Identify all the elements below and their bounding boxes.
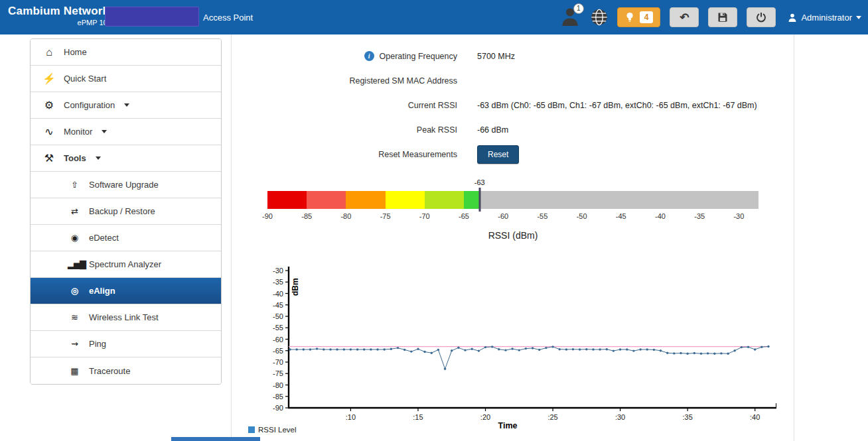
sidebar-item-label: Tools — [64, 153, 86, 163]
detail-row-sm-mac: Registered SM MAC Address — [232, 68, 794, 93]
detail-row-current-rssi: Current RSSI -63 dBm (Ch0: -65 dBm, Ch1:… — [232, 93, 794, 117]
device-type-label: Access Point — [203, 13, 253, 23]
sidebar-item-quick-start[interactable]: ⚡ Quick Start — [31, 66, 221, 92]
tips-button[interactable]: 4 — [617, 7, 661, 27]
sidebar-item-spectrum-analyzer[interactable]: ▂▅▇ Spectrum Analyzer — [31, 251, 221, 278]
sidebar-item-label: eDetect — [89, 233, 119, 243]
operating-frequency-label: Operating Frequency — [380, 52, 457, 61]
gauge-tick-label: -50 — [577, 212, 587, 220]
svg-text:-50: -50 — [273, 312, 283, 320]
gauge-tick-label: -75 — [380, 212, 391, 220]
info-icon[interactable]: i — [364, 51, 374, 61]
sidebar-item-label: Monitor — [64, 127, 92, 137]
sidebar-item-traceroute[interactable]: ▦ Traceroute — [31, 357, 221, 384]
gauge-tick-label: -65 — [459, 212, 469, 220]
gauge-tick-label: -45 — [616, 212, 626, 220]
sidebar-item-ealign[interactable]: ◎ eAlign — [31, 278, 221, 304]
peak-rssi-label: Peak RSSI — [417, 125, 457, 135]
wireless-link-test-icon: ≋ — [68, 312, 81, 322]
sidebar-item-edetect[interactable]: ◉ eDetect — [31, 225, 221, 251]
detail-label: Peak RSSI — [232, 125, 457, 135]
rssi-gauge: -90-85-80-75-70-65-60-55-50-45-40-35-30-… — [267, 179, 759, 225]
reset-button[interactable]: Reset — [477, 145, 519, 164]
notification-badge: 1 — [573, 3, 584, 14]
svg-text:-80: -80 — [273, 381, 283, 389]
ealign-details: i Operating Frequency 5700 MHz Registere… — [232, 34, 794, 166]
gauge-tick-label: -85 — [301, 212, 312, 220]
chevron-down-icon — [124, 103, 129, 107]
gauge-segment — [346, 191, 385, 209]
svg-text:-85: -85 — [273, 393, 283, 401]
svg-text:-60: -60 — [273, 336, 283, 344]
sidebar-item-software-upgrade[interactable]: ⇧ Software Upgrade — [31, 172, 221, 198]
gauge-tick-label: -60 — [498, 212, 508, 220]
svg-text:-40: -40 — [273, 290, 283, 298]
sidebar-item-label: eAlign — [89, 286, 115, 296]
gauge-segment — [480, 191, 759, 209]
sidebar-item-tools[interactable]: ⚒ Tools — [31, 145, 221, 172]
notifications-button[interactable]: 1 — [560, 6, 581, 29]
svg-text:-35: -35 — [273, 278, 283, 286]
reset-measurements-label: Reset Measurements — [378, 150, 457, 159]
svg-text:-30: -30 — [273, 267, 283, 275]
sidebar: ⌂ Home ⚡ Quick Start ⚙ Configuration ∿ M… — [30, 38, 222, 385]
chevron-down-icon — [856, 16, 861, 19]
gear-icon: ⚙ — [42, 99, 56, 111]
device-name-redacted — [105, 7, 199, 27]
gauge-tick-label: -55 — [537, 212, 547, 220]
detail-row-reset: Reset Measurements Reset — [232, 142, 794, 166]
svg-text:dBm: dBm — [291, 278, 300, 296]
sm-mac-label: Registered SM MAC Address — [349, 76, 457, 86]
sidebar-item-label: Backup / Restore — [89, 206, 155, 216]
svg-text:-90: -90 — [273, 404, 283, 412]
spectrum-analyzer-icon: ▂▅▇ — [68, 259, 81, 269]
svg-text:Time: Time — [498, 421, 518, 430]
gauge-segment — [267, 191, 307, 209]
language-globe-button[interactable] — [591, 9, 608, 26]
sidebar-item-backup-restore[interactable]: ⇄ Backup / Restore — [31, 198, 221, 225]
svg-text::35: :35 — [682, 413, 692, 421]
footer-bar — [171, 437, 260, 441]
gauge-title: RSSI (dBm) — [267, 230, 759, 241]
gauge-tick-label: -35 — [694, 212, 705, 220]
power-icon — [756, 12, 766, 23]
svg-text::30: :30 — [615, 413, 625, 421]
chevron-down-icon — [102, 130, 107, 133]
monitor-icon: ∿ — [42, 125, 56, 138]
sidebar-item-home[interactable]: ⌂ Home — [31, 39, 221, 66]
svg-text:-65: -65 — [273, 347, 283, 355]
ping-icon: ⇝ — [68, 339, 81, 349]
traceroute-icon: ▦ — [68, 366, 81, 376]
svg-text:-75: -75 — [273, 369, 283, 377]
user-label: Administrator — [801, 13, 852, 23]
gauge-tick-label: -40 — [655, 212, 666, 220]
detail-label: Registered SM MAC Address — [232, 76, 457, 86]
detail-label: Reset Measurements — [232, 150, 457, 159]
sidebar-item-label: Home — [64, 47, 87, 57]
gauge-tick-label: -80 — [340, 212, 351, 220]
user-menu[interactable]: Administrator — [788, 13, 861, 23]
quick-start-icon: ⚡ — [42, 72, 56, 85]
save-button[interactable] — [708, 7, 737, 27]
sidebar-item-label: Configuration — [64, 100, 115, 110]
sidebar-item-monitor[interactable]: ∿ Monitor — [31, 119, 221, 145]
detail-value: Reset — [477, 145, 519, 164]
undo-button[interactable]: ↶ — [670, 7, 699, 27]
undo-icon: ↶ — [680, 11, 689, 25]
svg-text:-45: -45 — [273, 301, 283, 309]
sidebar-item-configuration[interactable]: ⚙ Configuration — [31, 92, 221, 119]
lightbulb-icon — [624, 11, 635, 23]
gauge-segment — [386, 191, 425, 209]
power-button[interactable] — [747, 7, 776, 27]
sidebar-item-label: Spectrum Analyzer — [89, 259, 161, 269]
gauge-segment — [425, 191, 464, 209]
sidebar-item-label: Wireless Link Test — [89, 312, 159, 322]
home-icon: ⌂ — [42, 46, 56, 58]
detail-row-peak-rssi: Peak RSSI -66 dBm — [232, 117, 794, 142]
detail-row-operating-frequency: i Operating Frequency 5700 MHz — [232, 44, 794, 68]
svg-text::25: :25 — [547, 413, 557, 421]
edetect-icon: ◉ — [68, 233, 81, 243]
user-icon — [788, 13, 797, 23]
sidebar-item-wireless-link-test[interactable]: ≋ Wireless Link Test — [31, 304, 221, 331]
sidebar-item-ping[interactable]: ⇝ Ping — [31, 331, 221, 357]
